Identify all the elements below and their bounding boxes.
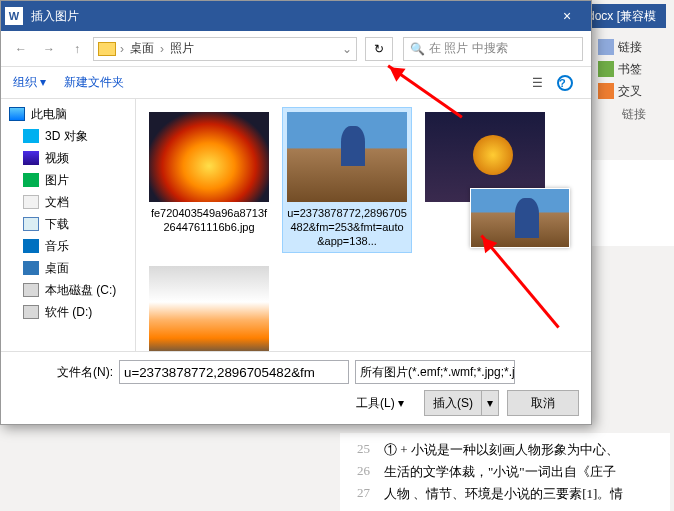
doc-icon (23, 195, 39, 209)
desk-icon (23, 261, 39, 275)
nav-forward-button[interactable]: → (37, 37, 61, 61)
word-app-icon: W (5, 7, 23, 25)
organize-menu[interactable]: 组织 ▾ (13, 74, 46, 91)
file-item[interactable]: u=2373878772,2896705482&fm=253&fmt=auto&… (282, 107, 412, 253)
doc-line: 25① + 小说是一种以刻画人物形象为中心、 (340, 439, 670, 461)
file-name-label: fe720403549a96a8713f2644761116b6.jpg (149, 206, 269, 234)
file-thumbnail (149, 112, 269, 202)
close-button[interactable]: × (547, 1, 587, 31)
nav-back-button[interactable]: ← (9, 37, 33, 61)
dl-icon (23, 217, 39, 231)
tree-item-label: 本地磁盘 (C:) (45, 282, 116, 299)
file-thumbnail (287, 112, 407, 202)
tree-item-label: 软件 (D:) (45, 304, 92, 321)
doc-line: 27人物 、情节、环境是小说的三要素[1]。情 (340, 483, 670, 505)
tools-menu[interactable]: 工具(L) ▾ (344, 390, 416, 416)
insert-dropdown-button[interactable]: ▾ (481, 390, 499, 416)
tree-item-3D 对象[interactable]: 3D 对象 (1, 125, 135, 147)
tree-item-图片[interactable]: 图片 (1, 169, 135, 191)
tree-item-label: 文档 (45, 194, 69, 211)
help-button[interactable]: ? (551, 72, 579, 94)
help-icon: ? (557, 75, 573, 91)
tree-item-桌面[interactable]: 桌面 (1, 257, 135, 279)
tree-item-label: 3D 对象 (45, 128, 88, 145)
folder-icon (98, 42, 116, 56)
filetype-combo[interactable]: 所有图片(*.emf;*.wmf;*.jpg;*.jp⌄ (355, 360, 515, 384)
nav-toolbar: ← → ↑ › 桌面 › 照片 ⌄ ↻ 🔍 在 照片 中搜索 (1, 31, 591, 67)
file-thumbnail (149, 266, 269, 351)
chevron-down-icon: ▾ (398, 396, 404, 410)
tree-item-本地磁盘 (C:)[interactable]: 本地磁盘 (C:) (1, 279, 135, 301)
cube-icon (23, 129, 39, 143)
nav-up-button[interactable]: ↑ (65, 37, 89, 61)
ribbon-bookmark-btn[interactable]: 书签 (598, 58, 670, 80)
ribbon-links-group: 链接 书签 交叉 链接 (594, 28, 674, 131)
dialog-titlebar: W 插入图片 × (1, 1, 591, 31)
file-name-label: u=2373878772,2896705482&fm=253&fmt=auto&… (287, 206, 407, 248)
filename-input[interactable] (119, 360, 349, 384)
ribbon-group-label: 链接 (598, 106, 670, 123)
tree-item-label: 音乐 (45, 238, 69, 255)
tree-item-此电脑[interactable]: 此电脑 (1, 103, 135, 125)
tree-item-label: 桌面 (45, 260, 69, 277)
chevron-right-icon: › (120, 42, 124, 56)
dialog-title: 插入图片 (31, 8, 547, 25)
tree-item-label: 图片 (45, 172, 69, 189)
doc-line: 26生活的文学体裁，"小说"一词出自《庄子 (340, 461, 670, 483)
cancel-button[interactable]: 取消 (507, 390, 579, 416)
ribbon-crossref-btn[interactable]: 交叉 (598, 80, 670, 102)
new-folder-button[interactable]: 新建文件夹 (64, 74, 124, 91)
address-bar[interactable]: › 桌面 › 照片 ⌄ (93, 37, 357, 61)
ribbon-link-btn[interactable]: 链接 (598, 36, 670, 58)
breadcrumb-item[interactable]: 照片 (168, 40, 196, 57)
search-icon: 🔍 (410, 42, 425, 56)
search-input[interactable]: 🔍 在 照片 中搜索 (403, 37, 583, 61)
file-item[interactable] (144, 261, 274, 351)
tree-item-label: 此电脑 (31, 106, 67, 123)
vid-icon (23, 151, 39, 165)
filename-label: 文件名(N): (13, 364, 113, 381)
tree-item-label: 下载 (45, 216, 69, 233)
insert-button[interactable]: 插入(S) (424, 390, 481, 416)
pc-icon (9, 107, 25, 121)
tree-item-文档[interactable]: 文档 (1, 191, 135, 213)
drive-icon (23, 283, 39, 297)
breadcrumb-item[interactable]: 桌面 (128, 40, 156, 57)
organize-toolbar: 组织 ▾ 新建文件夹 ☰ ? (1, 67, 591, 99)
chevron-down-icon[interactable]: ⌄ (342, 42, 352, 56)
pic-icon (23, 173, 39, 187)
tree-item-音乐[interactable]: 音乐 (1, 235, 135, 257)
view-options-button[interactable]: ☰ (523, 72, 551, 94)
tree-item-下载[interactable]: 下载 (1, 213, 135, 235)
tree-item-label: 视频 (45, 150, 69, 167)
drive-icon (23, 305, 39, 319)
search-placeholder: 在 照片 中搜索 (429, 40, 508, 57)
tree-item-软件 (D:)[interactable]: 软件 (D:) (1, 301, 135, 323)
dialog-footer: 文件名(N): 所有图片(*.emf;*.wmf;*.jpg;*.jp⌄ 工具(… (1, 351, 591, 424)
chevron-right-icon: › (160, 42, 164, 56)
file-item[interactable]: fe720403549a96a8713f2644761116b6.jpg (144, 107, 274, 253)
document-lines: 25① + 小说是一种以刻画人物形象为中心、 26生活的文学体裁，"小说"一词出… (340, 433, 670, 511)
folder-tree[interactable]: 此电脑3D 对象视频图片文档下载音乐桌面本地磁盘 (C:)软件 (D:) (1, 99, 136, 351)
tree-item-视频[interactable]: 视频 (1, 147, 135, 169)
mus-icon (23, 239, 39, 253)
